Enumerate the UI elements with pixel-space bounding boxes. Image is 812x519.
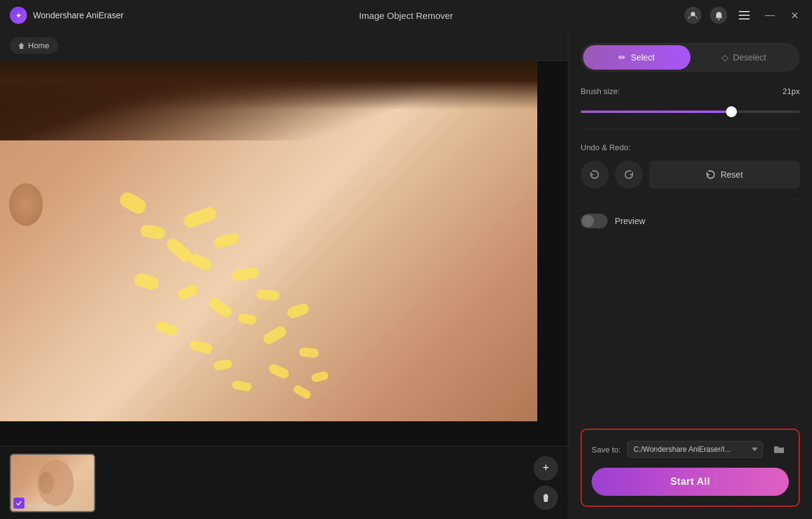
undo-redo-section: Undo & Redo: [581, 143, 800, 189]
svg-rect-3 [739, 15, 750, 16]
save-path-dropdown[interactable]: C:/Wondershare AniEraser/I... C:/Users/D… [627, 441, 763, 458]
user-avatar[interactable] [684, 7, 701, 24]
yellow-spot [231, 266, 259, 281]
window-controls: — ✕ [684, 7, 802, 24]
hair-overlay [0, 61, 537, 140]
eraser-icon: ◇ [722, 53, 728, 62]
yellow-spot [176, 283, 200, 301]
ear-shape [9, 183, 43, 226]
yellow-spot [188, 252, 214, 272]
svg-rect-2 [739, 11, 750, 12]
yellow-spot [311, 371, 330, 383]
image-viewport[interactable] [0, 61, 568, 446]
divider-1 [581, 129, 800, 129]
start-all-button[interactable]: Start All [592, 468, 789, 496]
undo-redo-controls: Reset [581, 161, 800, 189]
svg-rect-4 [739, 18, 750, 20]
app-logo: ✦ [10, 7, 27, 24]
yellow-spot [133, 272, 160, 291]
yellow-spot [182, 205, 218, 229]
preview-toggle[interactable] [581, 214, 607, 228]
preview-section: Preview [581, 214, 800, 228]
right-panel: ✏ Select ◇ Deselect Brush size: 21px Und… [568, 31, 812, 519]
folder-browse-button[interactable] [769, 440, 789, 459]
yellow-spot [256, 289, 280, 300]
yellow-spot [207, 296, 234, 320]
yellow-spot [292, 383, 313, 400]
minimize-button[interactable]: — [761, 7, 778, 23]
notification-bell-icon[interactable] [710, 7, 727, 24]
save-row: Save to: C:/Wondershare AniEraser/I... C… [592, 440, 789, 459]
home-button[interactable]: Home [10, 37, 58, 54]
undo-redo-label: Undo & Redo: [581, 143, 800, 152]
face-image-canvas [0, 61, 537, 421]
yellow-spot [140, 224, 166, 241]
panel-spacer [581, 228, 800, 429]
hamburger-menu-icon[interactable] [736, 7, 753, 24]
redo-button[interactable] [615, 161, 643, 189]
canvas-area: Home [0, 31, 568, 519]
thumbnail-checkbox[interactable] [13, 498, 24, 509]
brush-size-label: Brush size: 21px [581, 87, 800, 96]
yellow-spot [117, 189, 148, 216]
thumbnail-label: istockphoto... [27, 503, 59, 509]
undo-button[interactable] [581, 161, 609, 189]
yellow-spot [299, 347, 319, 358]
page-title: Image Object Remover [359, 10, 453, 21]
brush-size-section: Brush size: 21px [581, 87, 800, 118]
yellow-spot [237, 313, 257, 325]
yellow-spot [286, 302, 310, 319]
save-section: Save to: C:/Wondershare AniEraser/I... C… [581, 429, 800, 507]
svg-marker-5 [18, 43, 24, 49]
yellow-spot [267, 363, 291, 380]
brush-icon: ✏ [618, 53, 626, 62]
app-name: Wondershare AniEraser [33, 10, 123, 20]
main-layout: Home [0, 31, 812, 519]
preview-label: Preview [615, 216, 645, 226]
brush-size-slider[interactable] [581, 111, 800, 113]
yellow-spot [213, 359, 233, 371]
brush-size-value: 21px [783, 87, 800, 96]
deselect-button[interactable]: ◇ Deselect [691, 45, 798, 70]
close-button[interactable]: ✕ [787, 7, 802, 24]
title-bar: ✦ Wondershare AniEraser Image Object Rem… [0, 0, 812, 31]
divider-2 [581, 200, 800, 200]
reset-button[interactable]: Reset [649, 161, 800, 189]
delete-image-button[interactable] [534, 485, 558, 510]
yellow-spot [231, 380, 252, 391]
svg-point-1 [718, 18, 719, 20]
yellow-spot [189, 339, 214, 354]
navbar: Home [0, 31, 568, 61]
select-button[interactable]: ✏ Select [583, 45, 691, 70]
yellow-spot [261, 324, 288, 346]
save-to-label: Save to: [592, 445, 621, 454]
thumbnail-item[interactable]: istockphoto... [10, 454, 95, 512]
strip-actions: + [534, 456, 558, 510]
yellow-spot [154, 320, 178, 336]
add-image-button[interactable]: + [534, 456, 558, 481]
svg-point-7 [39, 472, 54, 494]
thumbnail-strip: istockphoto... + [0, 446, 568, 519]
yellow-spot [212, 232, 240, 249]
brush-slider-container [581, 104, 800, 115]
select-deselect-toggle: ✏ Select ◇ Deselect [581, 43, 800, 72]
